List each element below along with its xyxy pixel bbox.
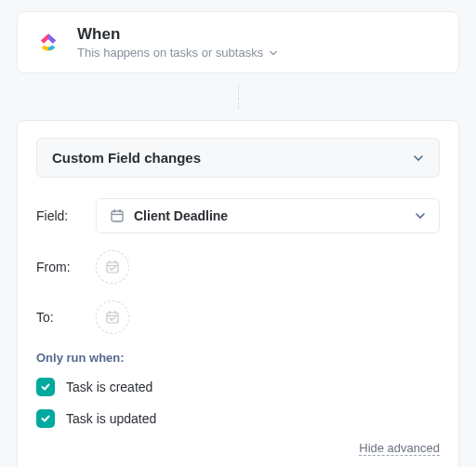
trigger-type-select[interactable]: Custom Field changes [36, 138, 440, 178]
connector-line [238, 85, 476, 109]
to-date-picker[interactable] [96, 300, 129, 334]
checkbox-checked-icon [36, 409, 55, 428]
calendar-icon [110, 208, 125, 223]
field-select[interactable]: Client Deadline [96, 198, 440, 234]
chevron-down-icon [415, 210, 426, 221]
only-run-label: Only run when: [36, 351, 440, 365]
checkbox-checked-icon [36, 378, 55, 396]
header-subtitle: This happens on tasks or subtasks [77, 46, 263, 60]
chevron-down-icon [413, 153, 424, 164]
field-label: Field: [36, 208, 88, 223]
from-row: From: [36, 250, 440, 284]
field-value: Client Deadline [134, 208, 228, 223]
svg-line-9 [112, 267, 115, 270]
header-title: When [77, 25, 278, 44]
field-row: Field: Client Deadline [36, 198, 440, 234]
svg-rect-0 [112, 211, 123, 221]
trigger-header-card: When This happens on tasks or subtasks [17, 11, 459, 73]
chevron-down-icon [269, 48, 278, 58]
to-label: To: [36, 310, 88, 325]
header-text: When This happens on tasks or subtasks [77, 25, 278, 60]
clickup-logo [33, 27, 64, 59]
from-date-picker[interactable] [96, 250, 129, 284]
from-label: From: [36, 260, 88, 274]
header-subtitle-row[interactable]: This happens on tasks or subtasks [77, 46, 278, 60]
check-label: Task is created [66, 380, 152, 394]
check-label: Task is updated [66, 411, 156, 426]
check-task-updated[interactable]: Task is updated [36, 409, 440, 428]
svg-rect-4 [107, 262, 118, 273]
to-row: To: [36, 300, 440, 334]
svg-line-15 [112, 317, 115, 320]
trigger-config-card: Custom Field changes Field: Client Deadl… [17, 120, 459, 467]
svg-rect-10 [107, 313, 118, 323]
hide-advanced-link[interactable]: Hide advanced [359, 441, 440, 456]
trigger-type-label: Custom Field changes [52, 150, 201, 166]
check-task-created[interactable]: Task is created [36, 378, 440, 396]
